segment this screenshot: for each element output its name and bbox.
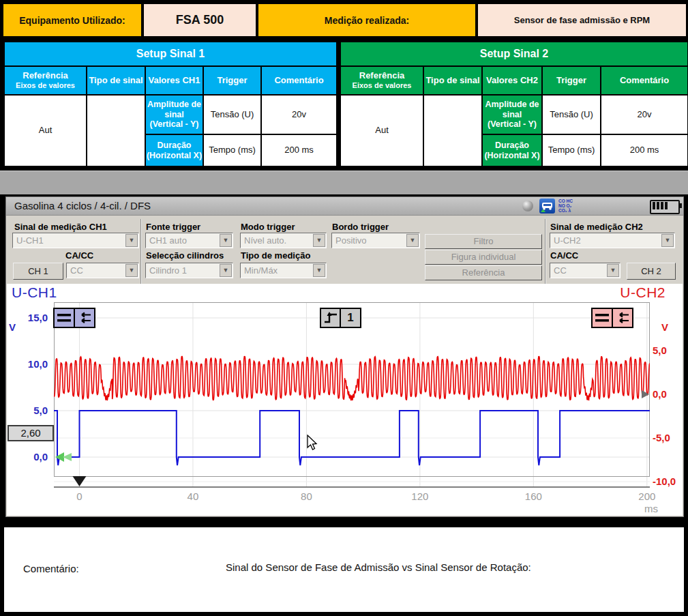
right-tick-label: -5,0 — [653, 432, 687, 444]
setup-signal-2-table: Setup Sinal 2 ReferênciaEixos de valores… — [339, 40, 688, 168]
setup2-comentario-value — [424, 96, 481, 166]
setup2-trigger-value: Aut — [341, 96, 423, 166]
setup1-header-comentario: Comentário — [262, 67, 336, 94]
ch1-cacc-label: CA/CC — [65, 250, 93, 261]
ch2-button[interactable]: CH 2 — [627, 263, 676, 280]
ch2-shift-left-icon[interactable] — [612, 308, 633, 328]
comment-label: Comentário: — [23, 563, 79, 574]
x-tick-label: 120 — [403, 490, 437, 502]
chevron-down-icon: ▼ — [125, 234, 138, 247]
trigger-channel-indicator[interactable]: 1 — [340, 308, 361, 328]
ch2-cacc-label: CA/CC — [550, 250, 578, 261]
left-tick-label: 0,0 — [12, 451, 48, 463]
bordo-trigger-label: Bordo trigger — [332, 222, 389, 232]
chevron-down-icon: ▼ — [313, 234, 325, 247]
ch2-cacc-select[interactable]: CC ▼ — [550, 263, 620, 278]
x-tick-label: 80 — [289, 490, 323, 502]
chevron-down-icon: ▼ — [313, 264, 325, 277]
setup2-header-ref: ReferênciaEixos de valores — [341, 67, 423, 94]
medicao-label-cell: Medição realizada: — [258, 3, 476, 37]
cilindros-label: Selecção cilindros — [146, 250, 224, 261]
x-tick-label: 40 — [176, 490, 210, 502]
setup1-amplitude-tipo: Tensão (U) — [204, 96, 260, 134]
setup2-header-comentario: Comentário — [601, 67, 687, 94]
waveform-panel: U-CH1 U-CH2 V V 15,010,05,00,0 5,00,0-5,… — [7, 284, 683, 516]
equip-label-cell: Equipamento Utilizado: — [3, 3, 142, 37]
vehicle-icon — [539, 199, 555, 214]
chevron-down-icon: ▼ — [125, 264, 138, 277]
setup1-amplitude-valor: 20v — [262, 96, 336, 134]
left-tick-label: 10,0 — [12, 358, 48, 370]
ch2-signal-label: Sinal de medição CH2 — [550, 222, 643, 232]
chevron-down-icon: ▼ — [220, 264, 232, 277]
panel-divider — [545, 219, 546, 284]
setup-signal-1-table: Setup Sinal 1 ReferênciaEixos de valores… — [3, 40, 338, 168]
right-tick-label: -10,0 — [653, 475, 687, 488]
ch1-signal-label: Sinal de medição CH1 — [14, 222, 107, 232]
setup1-header-tipo: Tipo de sinal — [87, 67, 145, 94]
chevron-down-icon: ▼ — [607, 264, 619, 277]
fonte-trigger-label: Fonte trigger — [146, 222, 200, 232]
ch1-cacc-select[interactable]: CC ▼ — [66, 263, 139, 278]
setup2-amplitude-tipo: Tensão (U) — [543, 96, 600, 134]
modo-trigger-label: Modo trigger — [241, 222, 295, 232]
setup2-row-duracao: Duração(Horizontal X) — [483, 135, 541, 166]
oscilloscope-window: Gasolina 4 ciclos / 4-cil. / DFS CO HC N… — [5, 196, 684, 517]
equip-value-cell: FSA 500 — [143, 3, 256, 37]
x-tick-label: 0 — [62, 490, 96, 502]
section-divider-bar — [0, 171, 688, 194]
setup2-row-amplitude: Amplitude de sinal(Vertical - Y) — [483, 96, 541, 134]
modo-trigger-select[interactable]: Nível auto. ▼ — [240, 233, 327, 248]
setup1-trigger-value: Aut — [5, 96, 86, 166]
battery-icon — [650, 200, 680, 214]
status-led-icon — [522, 201, 533, 211]
setup2-duracao-tipo: Tempo (ms) — [543, 135, 600, 166]
ch2-channel-lines-icon[interactable] — [591, 308, 613, 328]
ch1-trace-label: U-CH1 — [12, 284, 57, 301]
comment-section: Comentário: Sinal do Sensor de Fase de A… — [2, 525, 686, 614]
chevron-down-icon: ▼ — [661, 234, 674, 247]
panel-divider — [140, 219, 142, 284]
ch2-trace-label: U-CH2 — [610, 284, 665, 301]
fonte-trigger-select[interactable]: CH1 auto ▼ — [145, 233, 233, 248]
cilindros-select[interactable]: Cilindro 1 ▼ — [145, 263, 233, 278]
right-tick-label: 5,0 — [653, 344, 687, 357]
comment-text: Sinal do Sensor de Fase de Admissão vs S… — [226, 561, 531, 573]
setup1-title: Setup Sinal 1 — [5, 42, 336, 65]
setup1-duracao-valor: 200 ms — [262, 135, 336, 166]
ch1-shift-left-icon[interactable] — [74, 308, 95, 328]
scope-title: Gasolina 4 ciclos / 4-cil. / DFS — [14, 200, 151, 211]
scope-title-bar: Gasolina 4 ciclos / 4-cil. / DFS CO HC N… — [6, 197, 683, 216]
setup2-title: Setup Sinal 2 — [341, 42, 687, 65]
figura-individual-button[interactable]: Figura individual — [425, 250, 542, 265]
filtro-button[interactable]: Filtro — [425, 234, 542, 249]
setup2-header-tipo: Tipo de sinal — [424, 67, 481, 94]
left-tick-label: 5,0 — [12, 405, 48, 417]
x-tick-label: 160 — [516, 490, 550, 502]
setup1-duracao-tipo: Tempo (ms) — [204, 135, 260, 166]
medicao-value-cell: Sensor de fase admissão e RPM — [477, 3, 687, 37]
setup2-amplitude-valor: 20v — [601, 96, 687, 134]
setup2-duracao-valor: 200 ms — [601, 135, 687, 166]
ch2-signal-select[interactable]: U-CH2 ▼ — [550, 233, 675, 248]
battery-level-bars — [653, 202, 668, 209]
setup1-row-amplitude: Amplitude de sinal(Vertical - Y) — [146, 96, 203, 134]
setup1-row-duracao: Duração(Horizontal X) — [146, 135, 203, 166]
setup1-comentario-value — [87, 96, 145, 166]
ch1-button[interactable]: CH 1 — [13, 263, 63, 280]
tipo-medicao-label: Tipo de medição — [241, 250, 310, 261]
setup2-header-trigger: Trigger — [543, 67, 600, 94]
right-axis-unit: V — [661, 321, 668, 333]
chevron-down-icon: ▼ — [220, 234, 232, 247]
trigger-edge-icon[interactable] — [320, 308, 342, 328]
setup1-header-trigger: Trigger — [204, 67, 260, 94]
right-tick-label: 0,0 — [653, 388, 687, 400]
cursor-readout: 2,60 — [8, 425, 54, 441]
setup1-header-ref: ReferênciaEixos de valores — [5, 67, 86, 94]
ch1-signal-select[interactable]: U-CH1 ▼ — [12, 233, 139, 248]
referencia-button[interactable]: Referência — [425, 265, 542, 280]
bordo-trigger-select[interactable]: Positivo ▼ — [331, 233, 420, 248]
vehicle-glyph — [539, 199, 555, 214]
tipo-medicao-select[interactable]: Min/Máx ▼ — [240, 263, 327, 278]
ch1-channel-lines-icon[interactable] — [53, 308, 75, 328]
